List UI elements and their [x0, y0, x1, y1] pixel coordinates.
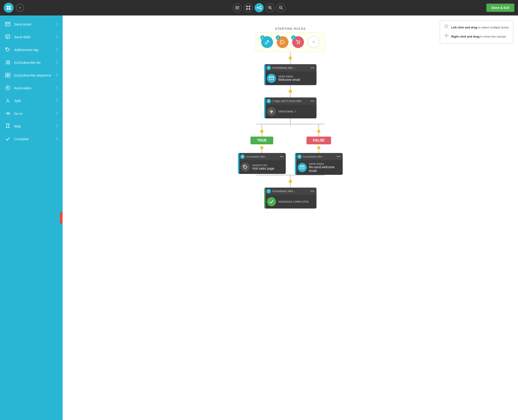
- sidebar-collapse-button[interactable]: ⋮: [60, 212, 63, 224]
- branch-true: TRUE 5 Immediately after ...: [238, 124, 286, 174]
- node-5-header: 5 Immediately after ... •••: [238, 153, 286, 160]
- connector-line-3: [290, 85, 291, 90]
- flow-view-button[interactable]: [255, 3, 264, 12]
- rule-icon-tag[interactable]: 1: [277, 36, 288, 48]
- svg-rect-31: [8, 73, 10, 75]
- sidebar-item-split[interactable]: Split ⠿: [0, 94, 63, 107]
- rule-icon-cart[interactable]: 1: [292, 36, 304, 48]
- add-rule-button[interactable]: +: [308, 36, 319, 48]
- automation-icon: [5, 85, 11, 91]
- unsubscribe-list-icon: [5, 59, 11, 66]
- node-7-badge: 7: [266, 189, 271, 194]
- zoom-in-button[interactable]: [265, 3, 275, 12]
- node-6-text: SEND EMAIL Re-send welcome email: [309, 163, 340, 172]
- svg-line-40: [8, 100, 9, 102]
- node-5-name: Visit sales page: [252, 167, 274, 170]
- sidebar-item-send-sms[interactable]: Send SMS ⠿: [0, 30, 63, 43]
- sidebar-item-add-remove-tag[interactable]: Add/remove tag ⠿: [0, 43, 63, 56]
- node-4[interactable]: 4 1 days and 0 hours later •••: [264, 98, 316, 118]
- zoom-out-button[interactable]: [276, 3, 285, 12]
- sidebar-item-unsubscribe-sequence[interactable]: (Un)subscribe sequence ⠿: [0, 69, 63, 82]
- sidebar-item-label-complete: Complete: [14, 137, 56, 141]
- node-5-badge: 5: [240, 154, 245, 159]
- sidebar-item-unsubscribe-list[interactable]: (Un)subscribe list ⠿: [0, 56, 63, 69]
- svg-point-11: [257, 7, 258, 8]
- node-5-left-bar: [238, 153, 239, 174]
- drag-handle-sequence: ⠿: [56, 73, 58, 77]
- node-3[interactable]: 3 Immediately after ... •••: [264, 64, 316, 85]
- node-5-menu[interactable]: •••: [280, 155, 284, 159]
- branch-true-dot-2: [260, 146, 263, 149]
- connector-1: [289, 52, 292, 64]
- add-button[interactable]: +: [16, 4, 24, 12]
- go-to-icon: [5, 110, 11, 117]
- split-horizontal: [256, 124, 324, 124]
- node-5[interactable]: 5 Immediately after ... •••: [238, 153, 286, 174]
- topbar-right: Done & Exit: [486, 4, 514, 12]
- svg-rect-5: [235, 8, 239, 8]
- add-remove-tag-icon: [5, 46, 11, 53]
- split-icon: [5, 98, 11, 104]
- drag-handle-go-to: ⠿: [56, 112, 58, 115]
- sidebar-item-label-list: (Un)subscribe list: [14, 60, 56, 64]
- connector-line-4: [290, 93, 291, 98]
- node-6-header-text: Immediately after ...: [303, 155, 325, 158]
- drag-handle-wait: ⠿: [56, 124, 58, 128]
- node-5-header-left: 5 Immediately after ...: [240, 154, 268, 159]
- svg-point-50: [281, 42, 282, 43]
- node-3-header: 3 Immediately after ... •••: [264, 64, 316, 71]
- merge-area: [256, 175, 324, 188]
- node-7-icon: [267, 197, 276, 206]
- starting-rules-box[interactable]: 1 1: [255, 32, 325, 52]
- node-5-icon: [241, 163, 250, 172]
- svg-point-51: [297, 43, 298, 44]
- topbar-toolbar: [233, 3, 285, 12]
- svg-line-39: [6, 100, 8, 102]
- unsubscribe-sequence-icon: [5, 72, 11, 78]
- node-7-text: SEQUENCE COMPLETED: [278, 200, 309, 203]
- node-6-header: 6 Immediately after ... •••: [295, 153, 343, 160]
- branch-true-dot: [260, 130, 263, 133]
- sidebar-item-go-to[interactable]: Go to ⠿: [0, 107, 63, 120]
- rule-badge-tag: 1: [276, 35, 280, 40]
- sidebar-item-complete[interactable]: Complete ⠿: [0, 133, 63, 145]
- node-4-menu[interactable]: •••: [310, 99, 314, 103]
- svg-rect-1: [9, 6, 11, 8]
- node-6[interactable]: 6 Immediately after ... •••: [295, 153, 343, 175]
- node-4-text: OPEN EMAIL ?: [278, 110, 296, 113]
- svg-rect-4: [235, 6, 239, 7]
- connector-dot-1: [289, 56, 292, 60]
- merge-vert-2: [290, 183, 291, 188]
- connector-line-2: [290, 60, 291, 64]
- svg-line-15: [258, 8, 260, 9]
- sidebar-item-send-email[interactable]: Send email ⠿: [0, 18, 63, 30]
- node-7-type: SEQUENCE COMPLETED: [278, 200, 309, 203]
- node-6-menu[interactable]: •••: [337, 155, 340, 159]
- node-3-badge: 3: [266, 66, 271, 70]
- sidebar-item-label-automation: Automation: [14, 86, 56, 90]
- node-3-left-bar: [264, 64, 265, 85]
- done-exit-button[interactable]: Done & Exit: [486, 4, 514, 12]
- svg-point-56: [244, 166, 245, 167]
- node-5-text: ASSIGN TAG Visit sales page: [252, 164, 274, 170]
- sidebar-item-label-tag: Add/remove tag: [14, 48, 56, 52]
- svg-rect-30: [6, 73, 8, 75]
- sidebar-item-automation[interactable]: Automation ⠿: [0, 82, 63, 94]
- node-3-type: SEND EMAIL: [278, 75, 300, 78]
- list-view-button[interactable]: [233, 3, 242, 12]
- grid-view-button[interactable]: [244, 3, 253, 12]
- node-4-header: 4 1 days and 0 hours later •••: [264, 98, 316, 105]
- branch-false-dot-2: [317, 146, 320, 149]
- svg-point-27: [6, 48, 7, 49]
- svg-point-28: [6, 61, 8, 63]
- svg-rect-24: [6, 35, 10, 38]
- node-7-menu[interactable]: •••: [310, 189, 314, 193]
- rule-icon-edit[interactable]: 1: [261, 36, 273, 48]
- node-3-menu[interactable]: •••: [310, 66, 314, 70]
- node-7[interactable]: 7 Immediately after ... ••• SEQUENCE CO: [264, 188, 316, 209]
- svg-rect-9: [246, 8, 248, 10]
- drag-handle-split: ⠿: [56, 99, 58, 102]
- node-4-left-bar: [264, 98, 265, 118]
- sidebar-item-wait[interactable]: Wait ⠿: [0, 120, 63, 133]
- drag-handle-automation: ⠿: [56, 86, 58, 90]
